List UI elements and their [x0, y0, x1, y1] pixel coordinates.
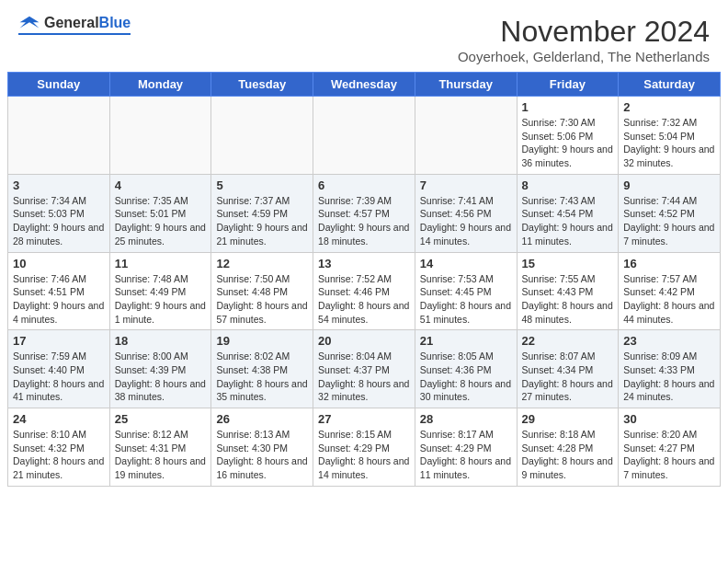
calendar-cell: 23Sunrise: 8:09 AMSunset: 4:33 PMDayligh…: [619, 330, 721, 408]
calendar-cell: 29Sunrise: 8:18 AMSunset: 4:28 PMDayligh…: [517, 408, 619, 487]
calendar-cell: [415, 97, 517, 175]
calendar-cell: 14Sunrise: 7:53 AMSunset: 4:45 PMDayligh…: [415, 252, 517, 330]
day-number: 27: [318, 412, 410, 426]
day-number: 3: [13, 178, 105, 192]
day-info: Sunrise: 7:34 AMSunset: 5:03 PMDaylight:…: [13, 194, 105, 248]
day-number: 26: [216, 412, 308, 426]
page-header: GeneralBlue November 2024 Ooyerhoek, Gel…: [0, 0, 728, 72]
calendar-cell: 25Sunrise: 8:12 AMSunset: 4:31 PMDayligh…: [109, 408, 211, 487]
calendar-header: SundayMondayTuesdayWednesdayThursdayFrid…: [8, 73, 721, 97]
day-number: 8: [522, 178, 614, 192]
day-info: Sunrise: 7:39 AMSunset: 4:57 PMDaylight:…: [318, 194, 410, 248]
calendar-cell: 19Sunrise: 8:02 AMSunset: 4:38 PMDayligh…: [211, 330, 313, 408]
calendar-cell: 18Sunrise: 8:00 AMSunset: 4:39 PMDayligh…: [109, 330, 211, 408]
day-number: 6: [318, 178, 410, 192]
calendar-cell: 28Sunrise: 8:17 AMSunset: 4:29 PMDayligh…: [415, 408, 517, 487]
day-info: Sunrise: 7:52 AMSunset: 4:46 PMDaylight:…: [318, 272, 410, 327]
day-number: 22: [522, 334, 614, 348]
calendar-cell: [109, 97, 211, 175]
day-info: Sunrise: 8:04 AMSunset: 4:37 PMDaylight:…: [318, 350, 410, 404]
calendar-cell: 27Sunrise: 8:15 AMSunset: 4:29 PMDayligh…: [313, 408, 415, 487]
calendar-cell: 10Sunrise: 7:46 AMSunset: 4:51 PMDayligh…: [8, 252, 110, 330]
calendar-cell: 6Sunrise: 7:39 AMSunset: 4:57 PMDaylight…: [313, 174, 415, 252]
calendar-cell: 7Sunrise: 7:41 AMSunset: 4:56 PMDaylight…: [415, 174, 517, 252]
day-info: Sunrise: 8:07 AMSunset: 4:34 PMDaylight:…: [522, 350, 614, 404]
calendar-week-row: 24Sunrise: 8:10 AMSunset: 4:32 PMDayligh…: [8, 408, 721, 487]
month-title: November 2024: [458, 15, 710, 49]
day-number: 20: [318, 334, 410, 348]
day-number: 13: [318, 257, 410, 270]
calendar-cell: 15Sunrise: 7:55 AMSunset: 4:43 PMDayligh…: [517, 252, 619, 330]
day-number: 7: [420, 178, 512, 192]
calendar-week-row: 1Sunrise: 7:30 AMSunset: 5:06 PMDaylight…: [8, 97, 721, 175]
day-info: Sunrise: 8:15 AMSunset: 4:29 PMDaylight:…: [318, 428, 410, 482]
header-row: SundayMondayTuesdayWednesdayThursdayFrid…: [8, 73, 721, 97]
day-info: Sunrise: 7:59 AMSunset: 4:40 PMDaylight:…: [13, 350, 105, 404]
calendar-body: 1Sunrise: 7:30 AMSunset: 5:06 PMDaylight…: [8, 97, 721, 487]
day-number: 11: [115, 257, 207, 270]
day-info: Sunrise: 7:43 AMSunset: 4:54 PMDaylight:…: [522, 194, 614, 248]
header-day: Tuesday: [211, 73, 313, 97]
day-info: Sunrise: 7:37 AMSunset: 4:59 PMDaylight:…: [216, 194, 308, 248]
calendar-table: SundayMondayTuesdayWednesdayThursdayFrid…: [7, 72, 721, 487]
calendar-cell: 1Sunrise: 7:30 AMSunset: 5:06 PMDaylight…: [517, 97, 619, 175]
calendar-week-row: 3Sunrise: 7:34 AMSunset: 5:03 PMDaylight…: [8, 174, 721, 252]
header-day: Thursday: [415, 73, 517, 97]
calendar-cell: 12Sunrise: 7:50 AMSunset: 4:48 PMDayligh…: [211, 252, 313, 330]
day-info: Sunrise: 7:55 AMSunset: 4:43 PMDaylight:…: [522, 272, 614, 327]
day-info: Sunrise: 7:50 AMSunset: 4:48 PMDaylight:…: [216, 272, 308, 327]
day-number: 25: [115, 412, 207, 426]
calendar-cell: 2Sunrise: 7:32 AMSunset: 5:04 PMDaylight…: [619, 97, 721, 175]
day-number: 29: [522, 412, 614, 426]
calendar-cell: [8, 97, 110, 175]
calendar-cell: 26Sunrise: 8:13 AMSunset: 4:30 PMDayligh…: [211, 408, 313, 487]
calendar-week-row: 10Sunrise: 7:46 AMSunset: 4:51 PMDayligh…: [8, 252, 721, 330]
day-info: Sunrise: 7:41 AMSunset: 4:56 PMDaylight:…: [420, 194, 512, 248]
calendar-cell: 16Sunrise: 7:57 AMSunset: 4:42 PMDayligh…: [619, 252, 721, 330]
calendar-cell: 21Sunrise: 8:05 AMSunset: 4:36 PMDayligh…: [415, 330, 517, 408]
day-info: Sunrise: 8:05 AMSunset: 4:36 PMDaylight:…: [420, 350, 512, 404]
header-day: Friday: [517, 73, 619, 97]
logo: GeneralBlue: [18, 15, 131, 35]
calendar-cell: 9Sunrise: 7:44 AMSunset: 4:52 PMDaylight…: [619, 174, 721, 252]
calendar-cell: 20Sunrise: 8:04 AMSunset: 4:37 PMDayligh…: [313, 330, 415, 408]
day-info: Sunrise: 8:00 AMSunset: 4:39 PMDaylight:…: [115, 350, 207, 404]
calendar-week-row: 17Sunrise: 7:59 AMSunset: 4:40 PMDayligh…: [8, 330, 721, 408]
calendar-cell: 24Sunrise: 8:10 AMSunset: 4:32 PMDayligh…: [8, 408, 110, 487]
day-number: 4: [115, 178, 207, 192]
calendar-cell: 22Sunrise: 8:07 AMSunset: 4:34 PMDayligh…: [517, 330, 619, 408]
day-number: 23: [623, 334, 715, 348]
logo-general: General: [44, 15, 99, 30]
calendar-cell: [211, 97, 313, 175]
day-info: Sunrise: 8:13 AMSunset: 4:30 PMDaylight:…: [216, 428, 308, 482]
day-number: 1: [522, 100, 614, 114]
calendar-cell: 17Sunrise: 7:59 AMSunset: 4:40 PMDayligh…: [8, 330, 110, 408]
day-number: 30: [623, 412, 715, 426]
day-info: Sunrise: 8:12 AMSunset: 4:31 PMDaylight:…: [115, 428, 207, 482]
day-info: Sunrise: 7:57 AMSunset: 4:42 PMDaylight:…: [623, 272, 715, 327]
day-info: Sunrise: 8:02 AMSunset: 4:38 PMDaylight:…: [216, 350, 308, 404]
calendar-cell: 5Sunrise: 7:37 AMSunset: 4:59 PMDaylight…: [211, 174, 313, 252]
title-section: November 2024 Ooyerhoek, Gelderland, The…: [458, 15, 710, 64]
day-info: Sunrise: 7:48 AMSunset: 4:49 PMDaylight:…: [115, 272, 207, 327]
day-number: 21: [420, 334, 512, 348]
header-day: Wednesday: [313, 73, 415, 97]
calendar-cell: 13Sunrise: 7:52 AMSunset: 4:46 PMDayligh…: [313, 252, 415, 330]
day-number: 28: [420, 412, 512, 426]
day-info: Sunrise: 8:20 AMSunset: 4:27 PMDaylight:…: [623, 428, 715, 482]
calendar-cell: 4Sunrise: 7:35 AMSunset: 5:01 PMDaylight…: [109, 174, 211, 252]
day-number: 17: [13, 334, 105, 348]
header-day: Saturday: [619, 73, 721, 97]
day-info: Sunrise: 7:35 AMSunset: 5:01 PMDaylight:…: [115, 194, 207, 248]
day-number: 18: [115, 334, 207, 348]
day-number: 16: [623, 257, 715, 270]
header-day: Monday: [109, 73, 211, 97]
day-number: 24: [13, 412, 105, 426]
day-number: 19: [216, 334, 308, 348]
day-info: Sunrise: 8:17 AMSunset: 4:29 PMDaylight:…: [420, 428, 512, 482]
logo-blue: Blue: [99, 15, 131, 30]
day-number: 5: [216, 178, 308, 192]
day-number: 2: [623, 100, 715, 114]
logo-icon: [18, 15, 40, 31]
day-info: Sunrise: 7:30 AMSunset: 5:06 PMDaylight:…: [522, 116, 614, 170]
